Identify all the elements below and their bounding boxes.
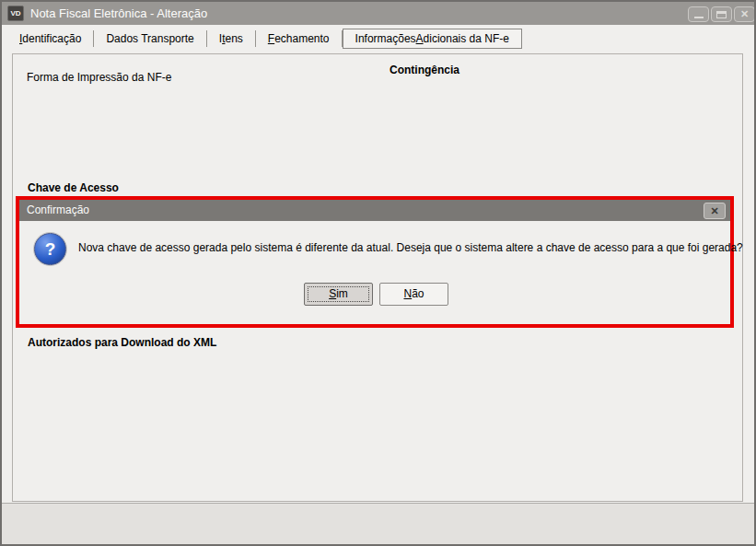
maximize-button[interactable] [711,6,732,22]
tab-itens[interactable]: Itens [207,29,255,49]
tab-bar: Identificação Dados Transporte Itens Fec… [7,29,522,49]
yes-button[interactable]: Sim [304,283,373,306]
app-icon: VD [7,6,24,21]
nfe-window: VD Nota Fiscal Eletrônica - Alteração ✕ … [0,0,756,546]
footer-toolbar [2,503,754,544]
authorized-xml-group-label: Autorizados para Download do XML [25,336,219,349]
close-icon: ✕ [740,9,749,19]
close-icon: ✕ [710,205,718,216]
maximize-icon [716,11,727,18]
window-titlebar: VD Nota Fiscal Eletrônica - Alteração ✕ [2,2,754,25]
print-format-group-label: Forma de Impressão da NF-e [24,71,174,84]
tab-identificacao[interactable]: Identificação [7,29,93,49]
confirmation-dialog: Confirmação ✕ ? Nova chave de acesso ger… [16,196,734,328]
focus-rectangle [308,286,369,302]
dialog-message: Nova chave de acesso gerada pelo sistema… [78,241,743,254]
tab-dados-transporte[interactable]: Dados Transporte [94,29,205,49]
minimize-button[interactable] [688,6,709,22]
question-icon: ? [34,233,66,265]
dialog-titlebar: Confirmação ✕ [19,200,730,221]
window-title: Nota Fiscal Eletrônica - Alteração [30,2,207,25]
no-button[interactable]: Não [379,283,448,306]
dialog-title: Confirmação [27,200,89,221]
tab-informacoes-adicionais[interactable]: Informações Adicionais da NF-e [343,29,522,49]
minimize-icon [694,17,704,18]
dialog-close-button[interactable]: ✕ [704,203,726,219]
tab-fechamento[interactable]: Fechamento [256,29,342,49]
contingency-group-label: Contingência [387,64,462,76]
access-key-group-label: Chave de Acesso [25,181,122,194]
close-button[interactable]: ✕ [734,6,755,22]
